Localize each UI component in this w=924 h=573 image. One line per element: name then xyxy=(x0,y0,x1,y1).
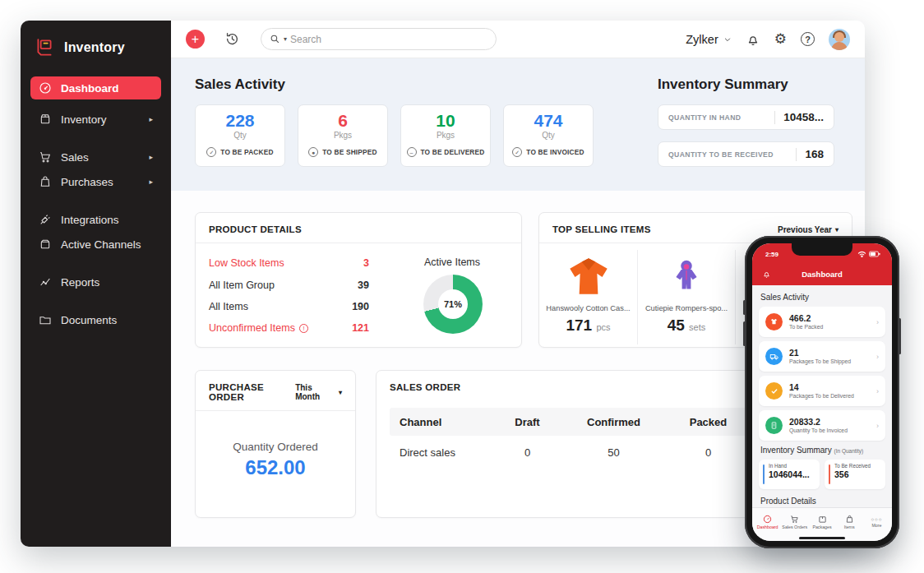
chevron-right-icon: › xyxy=(876,387,879,395)
accent-bar xyxy=(829,464,830,484)
user-avatar[interactable] xyxy=(829,29,850,50)
top-selling-item[interactable]: Cutiepie Rompers-spo... 45 sets xyxy=(637,250,735,344)
app-window: Inventory Dashboard Inventory ▸ xyxy=(21,21,865,547)
to-be-shipped-card[interactable]: 6 Pkgs ● TO BE SHIPPED xyxy=(298,104,388,167)
notifications-button[interactable] xyxy=(746,32,760,47)
cart-icon xyxy=(39,150,52,164)
phone-card-quantity-invoiced[interactable]: 20833.2 Quantity To be Invoiced › xyxy=(759,410,885,441)
phone-card-packages-shipped[interactable]: 21 Packages To be Shipped › xyxy=(759,341,885,372)
sidebar-item-inventory[interactable]: Inventory ▸ xyxy=(30,108,161,131)
sidebar-item-active-channels[interactable]: Active Channels xyxy=(30,233,161,256)
unconfirmed-items-value: 121 xyxy=(352,322,369,334)
to-be-delivered-card[interactable]: 10 Pkgs – TO BE DELIVERED xyxy=(400,104,491,167)
phone-home-indicator xyxy=(752,534,892,541)
sidebar-item-label: Dashboard xyxy=(61,82,119,95)
phone-nav-packages[interactable]: Packages xyxy=(808,511,835,534)
chevron-right-icon: › xyxy=(876,318,879,326)
phone-card-to-be-packed[interactable]: 466.2 To be Packed › xyxy=(759,307,885,337)
card-value: 1046044... xyxy=(769,469,815,479)
phone-card-packages-delivered[interactable]: 14 Packages To be Delivered › xyxy=(759,376,885,406)
bag-icon xyxy=(845,515,854,524)
unconfirmed-items-row[interactable]: Unconfirmed Items! 121 xyxy=(209,322,369,334)
to-be-invoiced-card[interactable]: 474 Qty ✓ TO BE INVOICED xyxy=(503,104,594,167)
card-label: Packages To be Shipped xyxy=(789,358,851,365)
phone-nav-more[interactable]: ○○○ More xyxy=(863,511,890,534)
to-be-shipped-value: 6 xyxy=(298,111,387,131)
card-label: TO BE DELIVERED xyxy=(421,148,485,156)
top-selling-item[interactable]: Hanswooly Cotton Cas... 171 pcs xyxy=(539,250,637,344)
sidebar: Inventory Dashboard Inventory ▸ xyxy=(21,21,171,547)
phone-time: 2:59 xyxy=(765,251,778,258)
product-qty: 45 sets xyxy=(638,317,735,335)
recent-history-button[interactable] xyxy=(221,29,243,50)
to-be-packed-card[interactable]: 228 Qty ✓ TO BE PACKED xyxy=(195,104,285,167)
sidebar-item-label: Inventory xyxy=(61,113,107,126)
app-logo: Inventory xyxy=(30,32,161,76)
dropdown-caret-icon: ▾ xyxy=(835,226,839,233)
sidebar-item-purchases[interactable]: Purchases ▸ xyxy=(30,170,161,193)
sidebar-item-documents[interactable]: Documents xyxy=(30,308,161,331)
quantity-in-hand-row[interactable]: QUANTITY IN HAND 10458... xyxy=(658,104,834,130)
cell-packed: 0 xyxy=(665,446,751,459)
card-label: Quantity To be Invoiced xyxy=(789,427,848,434)
sidebar-item-label: Reports xyxy=(61,276,99,289)
add-new-button[interactable]: + xyxy=(186,30,205,49)
search-input[interactable] xyxy=(290,34,487,45)
nav-label: Items xyxy=(844,524,855,529)
help-icon: ? xyxy=(801,32,815,46)
col-channel: Channel xyxy=(390,416,492,428)
product-image-cardigan xyxy=(539,253,637,301)
app-title: Inventory xyxy=(64,40,125,55)
purchase-order-filter-dropdown[interactable]: This Month ▾ xyxy=(295,383,342,401)
product-name: Cutiepie Rompers-spo... xyxy=(638,304,735,312)
top-selling-title: TOP SELLING ITEMS xyxy=(552,224,651,234)
sidebar-item-reports[interactable]: Reports xyxy=(30,270,161,293)
phone-nav-items[interactable]: Items xyxy=(836,511,863,534)
quantity-to-be-received-row[interactable]: QUANTITY TO BE RECEIVED 168 xyxy=(658,141,834,167)
phone-to-be-received-card[interactable]: To Be Received 356 xyxy=(825,460,885,489)
all-items-value: 190 xyxy=(352,301,369,312)
sidebar-item-sales[interactable]: Sales ▸ xyxy=(30,146,161,169)
search-icon xyxy=(270,34,280,44)
product-image-romper xyxy=(638,253,735,301)
package-icon xyxy=(39,113,52,126)
help-button[interactable]: ? xyxy=(801,32,815,46)
phone-product-details-title: Product Details xyxy=(760,497,885,506)
phone-nav-dashboard[interactable]: Dashboard xyxy=(754,511,781,534)
sales-order-title: SALES ORDER xyxy=(390,382,460,392)
quantity-ordered-value: 652.00 xyxy=(196,456,355,479)
sidebar-item-integrations[interactable]: Integrations xyxy=(30,208,161,231)
card-value: 21 xyxy=(789,348,851,358)
search-bar[interactable]: ▾ xyxy=(261,28,497,50)
submenu-arrow-icon: ▸ xyxy=(149,115,153,123)
check-icon xyxy=(765,382,783,400)
sidebar-item-label: Purchases xyxy=(61,176,113,188)
wifi-icon xyxy=(857,251,866,257)
row-label: Unconfirmed Items! xyxy=(209,322,308,334)
settings-button[interactable]: ⚙ xyxy=(774,30,787,48)
invoice-icon xyxy=(765,417,783,434)
search-scope-caret-icon[interactable]: ▾ xyxy=(284,35,287,43)
phone-nav-sales-orders[interactable]: Sales Orders xyxy=(781,511,808,534)
unit-label: Pkgs xyxy=(401,131,490,140)
phone-screen: 2:59 Dashboard xyxy=(752,243,892,541)
phone-in-hand-card[interactable]: In Hand 1046044... xyxy=(759,460,820,489)
sales-activity-title: Sales Activity xyxy=(195,76,285,93)
quantity-in-hand-value: 10458... xyxy=(783,111,824,123)
col-confirmed: Confirmed xyxy=(562,416,665,428)
phone-header: Dashboard xyxy=(752,263,892,285)
overview-band: Sales Activity 228 Qty ✓ TO BE PACKED 6 … xyxy=(171,58,865,191)
phone-bell-icon[interactable] xyxy=(762,270,771,279)
all-items-row[interactable]: All Items 190 xyxy=(209,301,369,312)
quantity-to-be-received-value: 168 xyxy=(805,148,824,160)
card-label: TO BE INVOICED xyxy=(526,148,584,156)
all-item-group-row[interactable]: All Item Group 39 xyxy=(209,280,369,291)
sidebar-item-dashboard[interactable]: Dashboard xyxy=(30,76,161,99)
phone-inventory-summary-title: Inventory Summary (In Quantity) xyxy=(760,446,885,455)
org-switcher[interactable]: Zylker xyxy=(686,33,731,46)
filter-value: Previous Year xyxy=(778,225,832,234)
product-qty: 171 pcs xyxy=(539,317,637,335)
low-stock-items-row[interactable]: Low Stock Items 3 xyxy=(209,257,369,269)
top-selling-filter-dropdown[interactable]: Previous Year ▾ xyxy=(778,225,839,234)
history-icon xyxy=(224,31,240,47)
